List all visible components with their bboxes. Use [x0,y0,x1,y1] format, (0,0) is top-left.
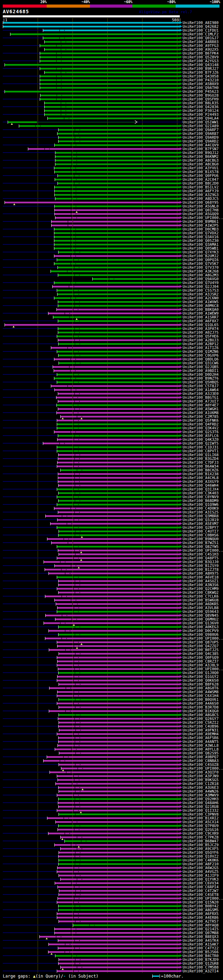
hit-bar[interactable] [59,251,180,253]
hit-bar[interactable] [58,408,180,410]
hit-bar[interactable] [57,657,180,659]
hit-bar[interactable] [58,435,180,437]
hit-bar[interactable] [58,332,180,333]
hit-bar[interactable] [55,240,180,242]
hit-bar[interactable] [59,863,180,865]
hit-bar[interactable] [55,748,180,750]
hit-bar[interactable] [57,527,180,528]
hit-bar[interactable] [55,431,180,433]
hit-bar[interactable] [59,798,180,800]
hit-bar[interactable] [57,423,180,425]
hit-bar[interactable] [59,706,180,708]
hit-bar[interactable] [58,473,180,475]
hit-bar[interactable] [57,412,180,414]
hit-bar[interactable] [55,190,180,192]
hit-bar[interactable] [57,488,180,490]
hit-bar[interactable] [58,274,180,276]
hit-bar[interactable] [61,966,180,968]
hit-bar[interactable] [55,213,180,215]
hit-bar[interactable] [57,733,180,735]
hit-bar[interactable] [43,37,180,39]
hit-bar[interactable] [58,462,180,463]
hit-bar[interactable] [55,882,180,884]
hit-bar[interactable] [45,106,180,108]
hit-bar[interactable] [43,30,180,31]
hit-bar[interactable] [45,114,180,115]
hit-bar[interactable] [61,768,180,769]
hit-bar[interactable] [59,791,180,792]
hit-bar[interactable] [45,595,180,597]
hit-bar[interactable] [48,951,180,953]
hit-bar[interactable] [55,179,180,180]
hit-bar[interactable] [55,928,180,930]
hit-bar[interactable] [57,427,180,429]
hit-bar[interactable] [50,772,180,773]
hit-bar[interactable] [51,542,180,544]
hit-bar[interactable] [5,91,180,92]
hit-bar[interactable] [59,764,180,765]
hit-bar[interactable] [48,833,180,834]
hit-bar[interactable] [57,775,180,777]
hit-bar[interactable] [44,622,180,624]
hit-bar[interactable] [5,202,180,204]
hit-bar[interactable] [55,236,180,238]
hit-bar[interactable] [59,140,180,142]
hit-bar[interactable] [55,844,180,846]
hit-bar[interactable] [58,328,180,329]
hit-bar[interactable] [59,875,180,877]
hit-bar[interactable] [58,439,180,441]
hit-bar[interactable] [55,932,180,934]
hit-bar[interactable] [49,573,180,574]
hit-bar[interactable] [65,840,180,842]
hit-bar[interactable] [57,695,180,697]
hit-bar[interactable] [57,381,180,383]
hit-bar[interactable] [58,133,180,135]
hit-bar[interactable] [93,278,180,280]
hit-bar[interactable] [58,183,180,184]
hit-bar[interactable] [10,33,180,35]
hit-bar[interactable] [59,752,180,754]
hit-bar[interactable] [59,714,180,716]
hit-bar[interactable] [58,511,180,513]
hit-bar[interactable] [55,194,180,196]
hit-bar[interactable] [58,947,180,949]
hit-bar[interactable] [59,959,180,961]
hit-bar[interactable] [59,535,180,536]
hit-bar[interactable] [49,649,180,651]
hit-bar[interactable] [59,454,180,456]
hit-bar[interactable] [55,205,180,207]
hit-bar[interactable] [3,22,180,24]
hit-bar[interactable] [5,324,180,326]
hit-bar[interactable] [48,313,180,314]
hit-bar[interactable] [58,940,180,942]
hit-bar[interactable] [55,619,180,620]
hit-bar[interactable] [58,519,180,521]
hit-bar[interactable] [47,756,180,758]
hit-bar[interactable] [55,508,180,509]
hit-bar[interactable] [51,523,180,525]
hit-bar[interactable] [58,267,180,268]
hit-bar[interactable] [57,917,180,918]
hit-bar[interactable] [56,783,180,784]
hit-bar[interactable] [45,110,180,111]
hit-bar[interactable] [59,963,180,964]
hit-bar[interactable] [57,420,180,422]
hit-bar[interactable] [59,554,180,555]
hit-bar[interactable] [59,806,180,808]
hit-bar[interactable] [58,339,180,341]
hit-bar[interactable] [57,557,180,559]
hit-bar[interactable] [45,41,180,43]
hit-bar[interactable] [57,611,180,612]
hit-bar[interactable] [59,737,180,739]
hit-bar[interactable] [57,664,180,666]
hit-bar[interactable] [50,687,180,689]
hit-bar[interactable] [59,137,180,138]
hit-bar[interactable] [51,224,180,226]
hit-bar[interactable] [61,848,180,850]
hit-bar[interactable] [55,152,180,154]
hit-bar[interactable] [57,703,180,704]
hit-bar[interactable] [53,286,180,288]
hit-bar[interactable] [59,672,180,674]
hit-bar[interactable] [57,576,180,578]
hit-bar[interactable] [57,374,180,375]
